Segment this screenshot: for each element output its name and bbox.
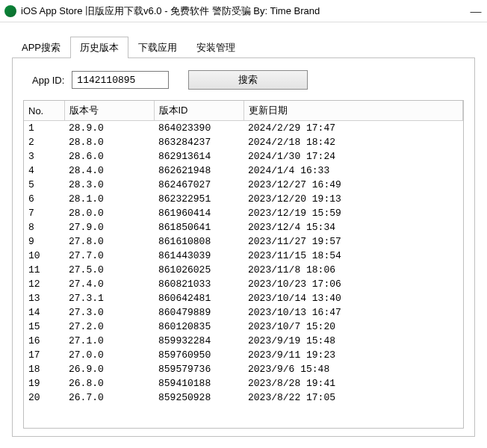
cell-version-id: 863284237 [154, 135, 244, 149]
cell-date: 2024/2/29 17:47 [244, 121, 463, 136]
cell-version-id: 862322951 [154, 192, 244, 206]
cell-date: 2024/1/4 16:33 [244, 164, 463, 178]
table-row[interactable]: 1727.0.08597609502023/9/11 19:23 [24, 348, 463, 362]
cell-version-id: 859760950 [154, 348, 244, 362]
cell-date: 2023/10/13 16:47 [244, 305, 463, 320]
cell-date: 2023/8/22 17:05 [244, 391, 463, 405]
cell-version-id: 861443039 [154, 249, 244, 263]
cell-no: 14 [24, 305, 64, 320]
cell-date: 2023/11/27 19:57 [244, 234, 463, 249]
th-no[interactable]: No. [24, 101, 64, 121]
titlebar-left: iOS App Store 旧版应用下载v6.0 - 免费软件 警防受骗 By:… [4, 4, 320, 18]
cell-version: 27.3.1 [64, 291, 154, 305]
cell-no: 17 [24, 348, 64, 362]
cell-version-id: 859579736 [154, 362, 244, 376]
table-row[interactable]: 128.9.08640233902024/2/29 17:47 [24, 121, 463, 136]
cell-date: 2023/9/19 15:48 [244, 334, 463, 348]
app-id-input[interactable] [72, 71, 169, 89]
cell-version: 27.4.0 [64, 277, 154, 291]
cell-version: 27.0.0 [64, 348, 154, 362]
cell-no: 9 [24, 234, 64, 249]
table-row[interactable]: 1926.8.08594101882023/8/28 19:41 [24, 376, 463, 391]
tab-app-search[interactable]: APP搜索 [12, 37, 70, 58]
cell-date: 2023/12/20 19:13 [244, 192, 463, 206]
cell-date: 2024/2/18 18:42 [244, 135, 463, 149]
table-row[interactable]: 1127.5.08610260252023/11/8 18:06 [24, 263, 463, 277]
table-row[interactable]: 1427.3.08604798892023/10/13 16:47 [24, 305, 463, 320]
table-row[interactable]: 1826.9.08595797362023/9/6 15:48 [24, 362, 463, 376]
cell-date: 2023/8/28 19:41 [244, 376, 463, 391]
tab-history-versions[interactable]: 历史版本 [70, 37, 128, 58]
cell-no: 1 [24, 121, 64, 136]
tab-panel: App ID: 搜索 No. 版本号 版本ID 更新日期 128.9.08640… [12, 58, 475, 437]
table-row[interactable]: 1327.3.18606424812023/10/14 13:40 [24, 291, 463, 305]
search-row: App ID: 搜索 [23, 70, 464, 90]
table-row[interactable]: 528.3.08624670272023/12/27 16:49 [24, 178, 463, 192]
cell-date: 2023/11/15 18:54 [244, 249, 463, 263]
cell-version-id: 861850641 [154, 220, 244, 234]
cell-no: 10 [24, 249, 64, 263]
app-icon [4, 5, 16, 17]
table-header-row: No. 版本号 版本ID 更新日期 [24, 101, 463, 121]
table-row[interactable]: 1527.2.08601208352023/10/7 15:20 [24, 320, 463, 334]
cell-version-id: 859250928 [154, 391, 244, 405]
table-row[interactable]: 628.1.08623229512023/12/20 19:13 [24, 192, 463, 206]
cell-version-id: 861610808 [154, 234, 244, 249]
cell-version: 27.7.0 [64, 249, 154, 263]
cell-date: 2023/9/11 19:23 [244, 348, 463, 362]
table-row[interactable]: 2026.7.08592509282023/8/22 17:05 [24, 391, 463, 405]
table-row[interactable]: 1627.1.08599322842023/9/19 15:48 [24, 334, 463, 348]
cell-version-id: 860120835 [154, 320, 244, 334]
cell-version-id: 860821033 [154, 277, 244, 291]
cell-date: 2023/11/8 18:06 [244, 263, 463, 277]
cell-no: 8 [24, 220, 64, 234]
cell-version-id: 860479889 [154, 305, 244, 320]
table-row[interactable]: 228.8.08632842372024/2/18 18:42 [24, 135, 463, 149]
cell-version-id: 859410188 [154, 376, 244, 391]
cell-no: 4 [24, 164, 64, 178]
cell-version: 27.5.0 [64, 263, 154, 277]
cell-version: 27.1.0 [64, 334, 154, 348]
app-id-label: App ID: [32, 75, 64, 86]
th-version[interactable]: 版本号 [64, 101, 154, 121]
cell-no: 6 [24, 192, 64, 206]
versions-table-wrap: No. 版本号 版本ID 更新日期 128.9.08640233902024/2… [23, 100, 464, 429]
window-controls: — [469, 4, 483, 17]
cell-date: 2024/1/30 17:24 [244, 149, 463, 164]
cell-date: 2023/10/23 17:06 [244, 277, 463, 291]
table-row[interactable]: 328.6.08629136142024/1/30 17:24 [24, 149, 463, 164]
cell-version: 27.2.0 [64, 320, 154, 334]
table-row[interactable]: 1027.7.08614430392023/11/15 18:54 [24, 249, 463, 263]
tab-install-manage[interactable]: 安装管理 [187, 37, 245, 58]
minimize-button[interactable]: — [469, 4, 483, 17]
table-row[interactable]: 827.9.08618506412023/12/4 15:34 [24, 220, 463, 234]
tab-download-app[interactable]: 下载应用 [128, 37, 187, 58]
cell-version: 28.9.0 [64, 121, 154, 136]
table-row[interactable]: 428.4.08626219482024/1/4 16:33 [24, 164, 463, 178]
cell-version: 28.4.0 [64, 164, 154, 178]
cell-version: 26.9.0 [64, 362, 154, 376]
table-row[interactable]: 728.0.08619604142023/12/19 15:59 [24, 206, 463, 220]
window-title: iOS App Store 旧版应用下载v6.0 - 免费软件 警防受骗 By:… [21, 4, 320, 18]
cell-version: 28.6.0 [64, 149, 154, 164]
content-area: APP搜索 历史版本 下载应用 安装管理 App ID: 搜索 No. 版本号 … [0, 22, 487, 437]
table-row[interactable]: 1227.4.08608210332023/10/23 17:06 [24, 277, 463, 291]
cell-version-id: 860642481 [154, 291, 244, 305]
cell-version: 27.8.0 [64, 234, 154, 249]
cell-date: 2023/12/19 15:59 [244, 206, 463, 220]
cell-version: 27.9.0 [64, 220, 154, 234]
cell-version-id: 861960414 [154, 206, 244, 220]
cell-version: 28.8.0 [64, 135, 154, 149]
cell-version: 27.3.0 [64, 305, 154, 320]
cell-date: 2023/12/27 16:49 [244, 178, 463, 192]
cell-no: 20 [24, 391, 64, 405]
cell-no: 7 [24, 206, 64, 220]
cell-date: 2023/10/7 15:20 [244, 320, 463, 334]
table-row[interactable]: 927.8.08616108082023/11/27 19:57 [24, 234, 463, 249]
cell-version: 28.3.0 [64, 178, 154, 192]
cell-no: 3 [24, 149, 64, 164]
cell-version-id: 861026025 [154, 263, 244, 277]
search-button[interactable]: 搜索 [188, 70, 308, 90]
th-version-id[interactable]: 版本ID [154, 101, 244, 121]
th-date[interactable]: 更新日期 [244, 101, 463, 121]
